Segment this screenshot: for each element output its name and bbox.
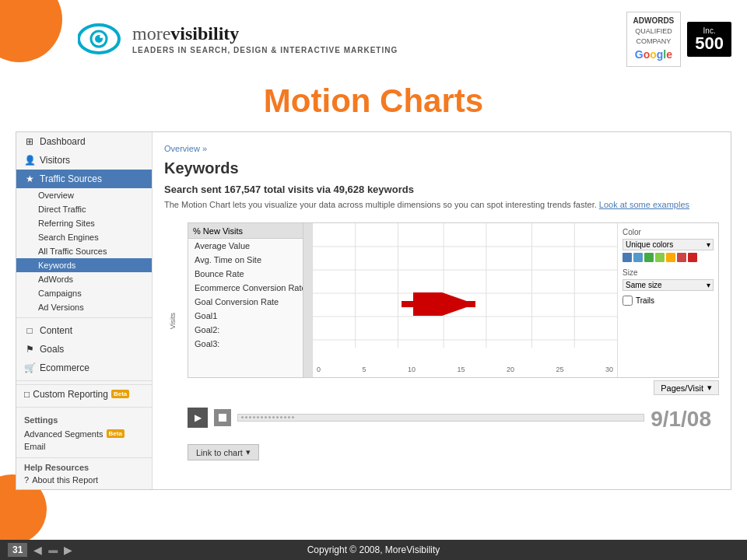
sidebar-item-traffic-sources[interactable]: ★ Traffic Sources [16, 170, 152, 188]
keywords-title: Keywords [164, 159, 719, 177]
sidebar-sub-overview[interactable]: Overview [16, 188, 152, 202]
logo-visibility: visibility [170, 23, 239, 44]
size-select[interactable]: Same size ▾ [622, 279, 714, 291]
red-arrow [398, 292, 491, 319]
settings-email[interactable]: Email [24, 440, 144, 453]
dropdown-item-7[interactable]: Goal3: [188, 337, 312, 351]
chart-dropdown-header[interactable]: % New Visits ▾ [188, 223, 312, 239]
playback-row: ▶ [164, 403, 719, 432]
link-to-chart-text: Link to chart [196, 448, 243, 457]
svg-point-3 [100, 35, 103, 38]
swatch-lightblue [633, 253, 643, 262]
sidebar-sub-search-engines[interactable]: Search Engines [16, 230, 152, 244]
settings-advanced-segments[interactable]: Advanced Segments Beta [24, 428, 144, 440]
footer: 31 ◀ ▬ ▶ Copyright © 2008, MoreVisibilit… [0, 540, 747, 560]
timeline-dot [284, 416, 286, 418]
sidebar-item-custom-reporting[interactable]: □ Custom Reporting Beta [16, 384, 152, 404]
content-icon: □ [24, 325, 35, 336]
sidebar-item-ecommerce[interactable]: 🛒 Ecommerce [16, 359, 152, 377]
traffic-icon: ★ [24, 173, 35, 184]
color-swatches [622, 253, 714, 262]
x-axis-arrow-icon: ▾ [707, 383, 712, 393]
color-select[interactable]: Unique colors ▾ [622, 239, 714, 250]
x-label-20: 20 [507, 366, 514, 373]
timeline-dot [288, 416, 290, 418]
footer-separator: ▬ [48, 544, 58, 555]
timeline-bar[interactable] [237, 414, 644, 422]
timeline-dot [280, 416, 282, 418]
size-label: Size [622, 268, 714, 277]
trails-row[interactable]: Trails [622, 296, 714, 306]
x-label-15: 15 [457, 366, 465, 373]
inc500-badge: Inc. 500 [687, 22, 731, 57]
trails-checkbox[interactable] [622, 296, 633, 306]
timeline-dot [268, 416, 271, 418]
ecommerce-label: Ecommerce [40, 362, 89, 373]
sidebar-sub-keywords[interactable]: Keywords [16, 258, 152, 272]
link-to-chart-arrow: ▾ [246, 447, 251, 457]
footer-prev-icon[interactable]: ◀ [33, 544, 42, 556]
ecommerce-icon: 🛒 [24, 362, 35, 373]
sidebar-sub-ad-versions[interactable]: Ad Versions [16, 300, 152, 314]
dropdown-item-3[interactable]: Ecommerce Conversion Rate [188, 281, 312, 295]
sidebar-divider-1 [16, 317, 152, 318]
sidebar-sub-adwords[interactable]: AdWords [16, 272, 152, 286]
motion-desc: The Motion Chart lets you visualize your… [164, 199, 719, 211]
dropdown-item-4[interactable]: Goal Conversion Rate [188, 295, 312, 309]
adwords-title: ADWORDS [633, 16, 675, 26]
goals-icon: ⚑ [24, 344, 35, 355]
traffic-sources-label: Traffic Sources [40, 173, 102, 184]
footer-copyright: Copyright © 2008, MoreVisibility [307, 544, 440, 555]
x-label-10: 10 [408, 366, 416, 373]
sidebar-sub-all-traffic[interactable]: All Traffic Sources [16, 244, 152, 258]
footer-nav: 31 ◀ ▬ ▶ [8, 543, 72, 557]
chart-controls: Color Unique colors ▾ [617, 223, 718, 377]
sidebar-item-content[interactable]: □ Content [16, 321, 152, 340]
right-panel: Overview » Keywords Search sent 167,547 … [153, 132, 731, 489]
dropdown-selected-text: % New Visits [193, 226, 243, 236]
advanced-segments-label: Advanced Segments [24, 429, 103, 439]
swatch-blue [622, 253, 632, 262]
sidebar-item-visitors[interactable]: 👤 Visitors [16, 151, 152, 170]
x-label-5: 5 [362, 366, 366, 373]
x-axis-select[interactable]: Pages/Visit ▾ [654, 380, 719, 395]
color-option-text: Unique colors [626, 240, 673, 249]
dashboard-icon: ⊞ [24, 136, 35, 147]
inc500-number: 500 [695, 35, 724, 52]
logo-more: more [132, 23, 170, 44]
dropdown-item-2[interactable]: Bounce Rate [188, 267, 312, 281]
y-axis-label: Visits [169, 313, 177, 329]
visitors-icon: 👤 [24, 155, 35, 166]
chart-date-label: 9/1/08 [651, 407, 711, 432]
help-about-report[interactable]: ? About this Report [24, 475, 144, 485]
sidebar-sub-direct[interactable]: Direct Traffic [16, 202, 152, 216]
chart-container: % New Visits ▾ Average Value Avg. Time o… [188, 222, 719, 378]
goals-label: Goals [40, 344, 64, 355]
dashboard-label: Dashboard [40, 136, 86, 147]
dropdown-item-6[interactable]: Goal2: [188, 323, 312, 337]
sidebar-item-goals[interactable]: ⚑ Goals [16, 340, 152, 359]
dropdown-item-0[interactable]: Average Value [188, 239, 312, 253]
dropdown-scrollbar[interactable] [303, 223, 312, 377]
footer-next-icon[interactable]: ▶ [64, 544, 72, 556]
play-button[interactable]: ▶ [188, 408, 208, 428]
sidebar-sub-campaigns[interactable]: Campaigns [16, 286, 152, 300]
timeline-dot [261, 416, 263, 418]
chart-dropdown-panel: % New Visits ▾ Average Value Avg. Time o… [188, 223, 313, 377]
motion-desc-text: The Motion Chart lets you visualize your… [164, 200, 597, 209]
sidebar-divider-3 [16, 407, 152, 408]
badge-area: ADWORDS QUALIFIED COMPANY Google Inc. 50… [626, 12, 732, 67]
settings-beta-badge: Beta [107, 429, 124, 438]
motion-desc-link[interactable]: Look at some examples [599, 200, 689, 209]
dropdown-item-5[interactable]: Goal1 [188, 309, 312, 323]
settings-title: Settings [24, 415, 144, 425]
timeline-dot [276, 416, 279, 418]
header: more visibility LEADERS IN SEARCH, DESIG… [0, 0, 747, 75]
visitors-label: Visitors [40, 155, 70, 166]
sidebar-sub-referring[interactable]: Referring Sites [16, 216, 152, 230]
dropdown-item-1[interactable]: Avg. Time on Site [188, 253, 312, 267]
sidebar-item-dashboard[interactable]: ⊞ Dashboard [16, 132, 152, 151]
logo-tagline: LEADERS IN SEARCH, DESIGN & INTERACTIVE … [132, 46, 398, 54]
link-to-chart-button[interactable]: Link to chart ▾ [188, 444, 259, 460]
stop-button[interactable] [214, 409, 231, 426]
